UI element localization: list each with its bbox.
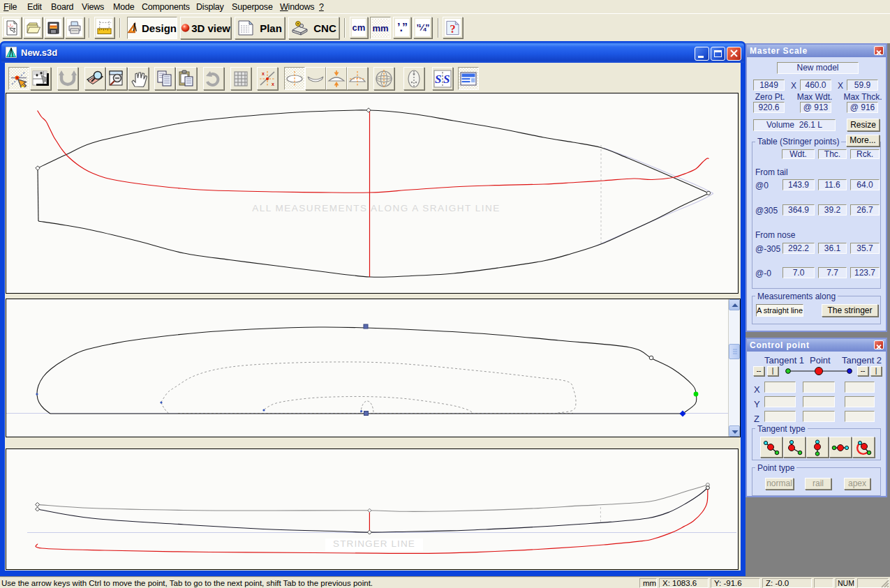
svg-text:ALL MEASUREMENTS ALONG A SRAIG: ALL MEASUREMENTS ALONG A SRAIGHT LINE [252, 203, 500, 213]
svg-text:x: x [272, 82, 274, 86]
svg-text:STRINGER LINE: STRINGER LINE [333, 538, 415, 549]
svg-text:?: ? [450, 22, 455, 35]
svg-text:S: S [435, 73, 441, 86]
svg-text:S: S [443, 73, 450, 86]
svg-text:x: x [262, 71, 265, 76]
